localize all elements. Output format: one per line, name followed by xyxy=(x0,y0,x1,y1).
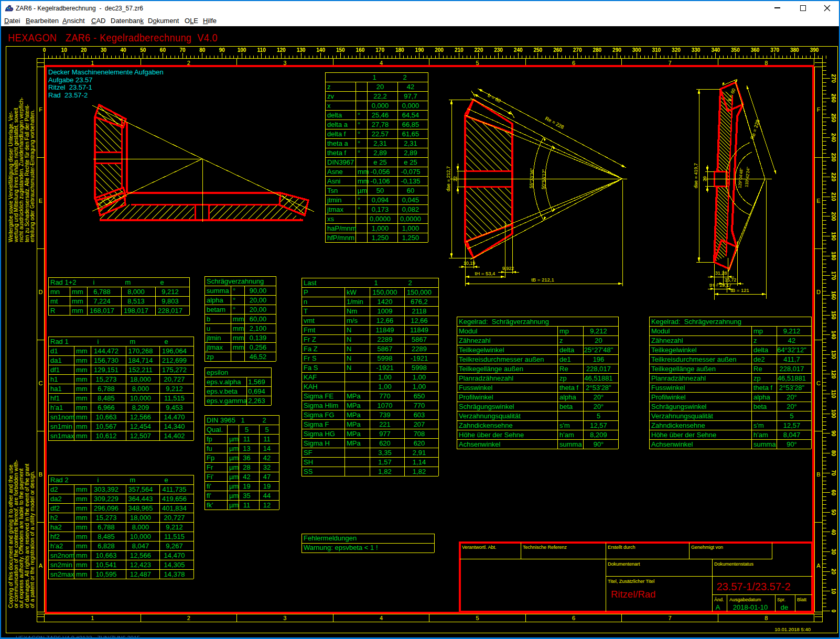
svg-text:55°33'36": 55°33'36" xyxy=(529,168,534,188)
svg-text:12,66: 12,66 xyxy=(376,317,394,324)
svg-text:x: x xyxy=(327,102,331,110)
svg-text:228,017: 228,017 xyxy=(780,365,804,373)
svg-text:2289: 2289 xyxy=(378,335,393,343)
svg-text:14,305: 14,305 xyxy=(164,561,185,569)
svg-text:770: 770 xyxy=(414,402,425,409)
svg-text:Fa Z: Fa Z xyxy=(304,345,318,353)
svg-text:60: 60 xyxy=(160,47,166,53)
svg-text:90°: 90° xyxy=(594,440,604,448)
svg-text:jtmin: jtmin xyxy=(327,196,341,204)
svg-text:µm: µm xyxy=(358,187,367,194)
svg-text:tH = 29,17: tH = 29,17 xyxy=(709,283,731,288)
svg-text:da2: da2 xyxy=(50,495,62,503)
svg-text:Rad 2: Rad 2 xyxy=(50,476,69,484)
svg-text:29: 29 xyxy=(702,176,707,181)
svg-text:-0,056: -0,056 xyxy=(371,168,390,176)
svg-text:5: 5 xyxy=(790,412,793,420)
svg-text:380: 380 xyxy=(790,47,799,53)
svg-text:Teilkegelwinkel: Teilkegelwinkel xyxy=(459,346,504,354)
svg-text:7: 7 xyxy=(669,60,672,66)
svg-text:150,000: 150,000 xyxy=(407,288,432,296)
svg-text:alpha: alpha xyxy=(559,393,577,401)
svg-text:delta: delta xyxy=(327,111,342,119)
svg-text:8,209: 8,209 xyxy=(132,404,149,411)
svg-text:14,402: 14,402 xyxy=(164,432,185,440)
svg-text:1: 1 xyxy=(91,615,94,621)
svg-text:1,82: 1,82 xyxy=(413,468,426,475)
svg-text:129°04'48": 129°04'48" xyxy=(737,168,744,189)
svg-text:1: 1 xyxy=(374,279,378,287)
svg-text:Dokumentenstatus: Dokumentenstatus xyxy=(714,561,754,567)
svg-text:28: 28 xyxy=(243,463,250,471)
svg-text:620: 620 xyxy=(414,439,425,447)
svg-text:hfP/mnm: hfP/mnm xyxy=(327,234,354,242)
svg-text:348,965: 348,965 xyxy=(128,504,153,512)
svg-text:tB = 212,1: tB = 212,1 xyxy=(531,277,554,283)
svg-text:mm: mm xyxy=(72,307,83,315)
svg-text:0,082: 0,082 xyxy=(402,205,419,213)
svg-text:18,000: 18,000 xyxy=(130,375,151,383)
svg-text:10,19: 10,19 xyxy=(464,261,476,266)
svg-text:160: 160 xyxy=(356,47,365,53)
svg-text:Re = 228: Re = 228 xyxy=(544,115,565,130)
svg-text:32: 32 xyxy=(263,463,271,471)
svg-text:364,443: 364,443 xyxy=(128,495,153,503)
svg-text:5998: 5998 xyxy=(378,354,393,362)
svg-text:2: 2 xyxy=(403,73,406,81)
svg-text:270: 270 xyxy=(831,74,836,83)
svg-text:zp: zp xyxy=(207,353,214,361)
svg-text:epsilon: epsilon xyxy=(207,369,228,376)
svg-text:µm: µm xyxy=(229,473,239,481)
svg-text:alpha: alpha xyxy=(753,393,771,401)
svg-text:fk': fk' xyxy=(207,501,213,509)
svg-text:Schrägverzahnung: Schrägverzahnung xyxy=(207,277,264,285)
svg-text:Rad 1+2: Rad 1+2 xyxy=(50,278,77,286)
svg-text:5: 5 xyxy=(476,60,479,66)
svg-text:fi': fi' xyxy=(207,482,211,490)
svg-text:h2: h2 xyxy=(50,514,58,522)
svg-text:Zähnezahl: Zähnezahl xyxy=(651,337,683,344)
svg-text:80: 80 xyxy=(199,47,206,53)
svg-text:mm: mm xyxy=(72,288,83,296)
svg-text:10,000: 10,000 xyxy=(130,394,151,402)
svg-text:h1: h1 xyxy=(50,375,58,383)
svg-text:kW: kW xyxy=(347,288,357,296)
svg-text:MPa: MPa xyxy=(347,420,361,428)
svg-text:mm: mm xyxy=(76,523,88,531)
svg-text:210: 210 xyxy=(455,47,464,53)
svg-text:340: 340 xyxy=(711,47,720,53)
svg-text:R: R xyxy=(50,307,55,315)
svg-text:mm: mm xyxy=(358,168,369,176)
svg-text:Blatt: Blatt xyxy=(797,597,807,602)
svg-text:10,567: 10,567 xyxy=(96,423,117,430)
svg-text:6,828: 6,828 xyxy=(98,542,115,550)
svg-text:9,453: 9,453 xyxy=(166,404,183,411)
svg-text:Fr: Fr xyxy=(207,463,213,471)
svg-text:23.57-1/23.57-2: 23.57-1/23.57-2 xyxy=(716,581,790,592)
svg-text:°: ° xyxy=(358,205,360,213)
svg-text:dae = 212,7: dae = 212,7 xyxy=(446,166,451,191)
svg-text:11,515: 11,515 xyxy=(164,533,185,540)
svg-text:sn1max: sn1max xyxy=(50,432,74,440)
svg-text:10: 10 xyxy=(61,47,68,53)
svg-text:20,727: 20,727 xyxy=(164,375,185,383)
svg-text:152,211: 152,211 xyxy=(128,366,153,374)
svg-text:0,139: 0,139 xyxy=(250,334,267,342)
svg-text:144,472: 144,472 xyxy=(94,347,119,355)
svg-text:390: 390 xyxy=(810,47,819,53)
svg-text:Asni: Asni xyxy=(327,177,340,185)
svg-text:e 25: e 25 xyxy=(404,158,417,166)
svg-text:sn2nom: sn2nom xyxy=(50,551,74,559)
svg-text:2°53'28": 2°53'28" xyxy=(779,384,805,392)
svg-text:ha1: ha1 xyxy=(50,385,62,393)
svg-text:12,507: 12,507 xyxy=(130,432,151,440)
svg-text:30: 30 xyxy=(101,47,107,53)
svg-text:5867: 5867 xyxy=(412,335,427,343)
svg-text:100: 100 xyxy=(831,409,836,418)
svg-text:1,00: 1,00 xyxy=(413,373,426,381)
svg-text:de: de xyxy=(781,603,788,611)
svg-text:150,000: 150,000 xyxy=(373,288,397,296)
svg-text:13: 13 xyxy=(243,445,250,452)
svg-text:jtmin: jtmin xyxy=(206,334,221,342)
svg-text:10,663: 10,663 xyxy=(96,413,117,421)
